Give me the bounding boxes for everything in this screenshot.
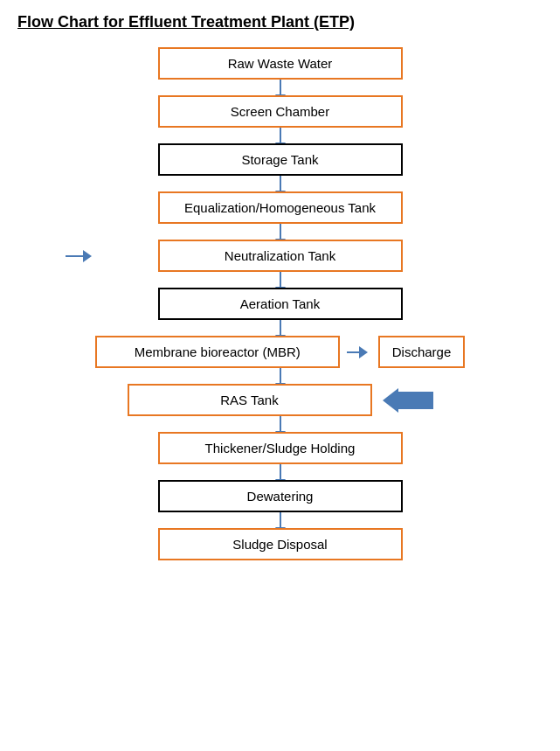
neutralization-row: Neutralization Tank (17, 240, 543, 272)
arrow-7 (280, 368, 281, 384)
arrow-body (398, 392, 433, 409)
arrow-8 (280, 416, 281, 432)
screen-chamber-box: Screen Chamber (158, 95, 403, 128)
dewatering-box: Dewatering (158, 480, 403, 512)
ras-tank-box: RAS Tank (128, 384, 372, 416)
equalization-tank-box: Equalization/Homogeneous Tank (158, 191, 403, 224)
aeration-tank-box: Aeration Tank (158, 288, 403, 320)
arrow-body (66, 255, 83, 257)
neutralization-tank-box: Neutralization Tank (158, 240, 403, 272)
discharge-box: Discharge (378, 336, 466, 368)
sludge-disposal-box: Sludge Disposal (158, 528, 403, 560)
arrow-9 (280, 464, 281, 480)
arrow-head (359, 346, 368, 358)
arrow-2 (280, 128, 281, 143)
feedback-arrow-left (66, 250, 92, 262)
arrow-4 (280, 224, 281, 240)
arrow-3 (280, 176, 281, 191)
flowchart: Raw Waste Water Screen Chamber Storage T… (17, 47, 543, 560)
arrow-1 (280, 80, 281, 95)
page-title: Flow Chart for Effluent Treatment Plant … (17, 13, 543, 31)
storage-tank-box: Storage Tank (158, 143, 403, 176)
mbr-discharge-connector (347, 346, 368, 358)
mbr-row: Membrane bioreactor (MBR) Discharge (17, 336, 543, 368)
arrow-line (347, 351, 359, 353)
ras-feedback-arrow (383, 388, 433, 413)
arrow-10 (280, 512, 281, 528)
arrow-head (383, 388, 398, 413)
thickener-box: Thickener/Sludge Holding (158, 432, 403, 464)
small-right-arrow (66, 250, 92, 262)
arrow-6 (280, 320, 281, 336)
mbr-box: Membrane bioreactor (MBR) (95, 336, 340, 368)
raw-waste-water-box: Raw Waste Water (158, 47, 403, 80)
arrow-5 (280, 272, 281, 288)
arrow-head (83, 250, 92, 262)
ras-row: RAS Tank (17, 384, 543, 416)
